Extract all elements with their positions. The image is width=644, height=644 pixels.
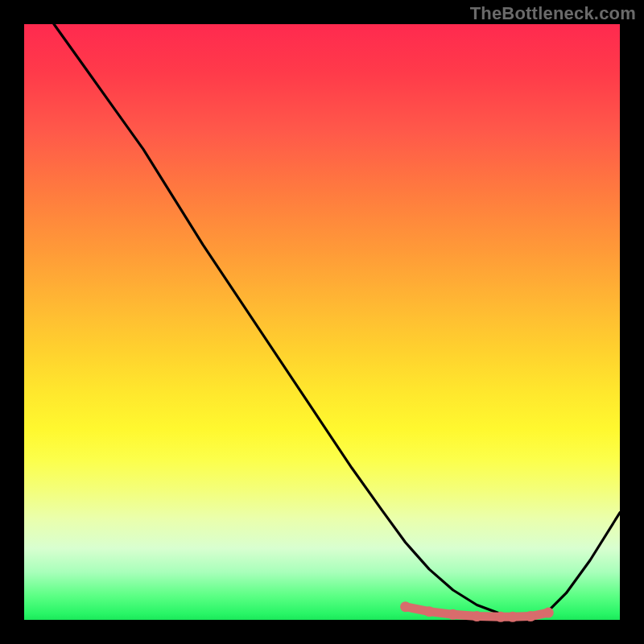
band-dot (543, 608, 554, 618)
bottleneck-curve (54, 24, 620, 617)
band-dot (400, 601, 411, 612)
chart-frame (24, 24, 620, 620)
band-dot (496, 612, 506, 622)
chart-container: TheBottleneck.com (0, 0, 644, 644)
band-dot (472, 611, 482, 621)
band-dot (526, 611, 536, 621)
watermark-text: TheBottleneck.com (470, 3, 636, 24)
band-dot (448, 609, 458, 620)
chart-svg (24, 24, 620, 620)
band-dot (507, 612, 518, 622)
band-dot (424, 606, 435, 617)
